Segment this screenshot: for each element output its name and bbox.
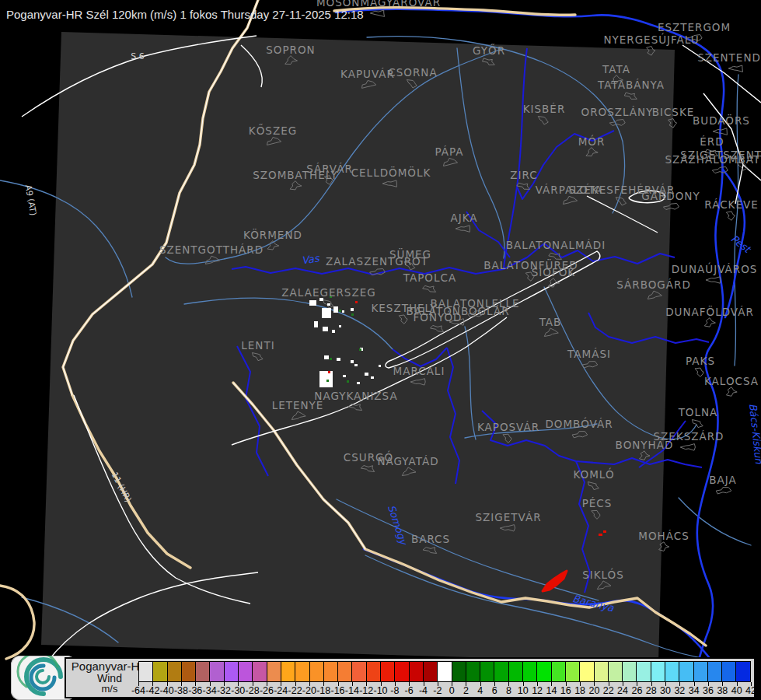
city-label: TOLNA bbox=[678, 406, 718, 418]
legend-tick-label: 26 bbox=[631, 685, 642, 696]
legend-swatch bbox=[267, 662, 281, 681]
city-label: ZIRC bbox=[510, 169, 537, 181]
legend-swatch bbox=[153, 662, 167, 681]
legend-swatch bbox=[609, 662, 623, 681]
legend-swatch bbox=[665, 662, 679, 681]
legend-swatch bbox=[452, 662, 466, 681]
echo-cell-green bbox=[339, 310, 341, 312]
city-label: PAKS bbox=[686, 355, 715, 367]
county-label: Bács-Kiskun bbox=[747, 403, 761, 465]
city-outline bbox=[695, 368, 703, 376]
legend-swatch bbox=[523, 662, 537, 681]
echo-cell-green bbox=[347, 380, 349, 383]
weather-map-app: MOSONMAGYARÓVÁRSOPRONGYŐRKAPUVÁRCSORNAES… bbox=[0, 0, 761, 700]
city-label: BALATONALMÁDI bbox=[506, 239, 606, 251]
city-label: LETENYE bbox=[272, 399, 324, 411]
legend-tick-label: -4 bbox=[419, 685, 428, 696]
echo-cell-red bbox=[328, 371, 330, 373]
legend-tick-label: -22 bbox=[288, 685, 302, 696]
legend-tick-label: 38 bbox=[717, 685, 728, 696]
city-label: MOHÁCS bbox=[638, 530, 689, 542]
road-label: S 6 bbox=[131, 51, 144, 61]
city-label: TATA bbox=[602, 63, 630, 75]
legend-tick-label: 4 bbox=[477, 685, 483, 696]
city-outline bbox=[726, 212, 735, 221]
legend-swatch bbox=[466, 662, 480, 681]
city-label: BAJA bbox=[709, 474, 736, 486]
legend-tick-label: -64 bbox=[131, 685, 145, 696]
echo-cell-white bbox=[322, 308, 331, 318]
city-label: MÓR bbox=[578, 135, 606, 148]
city-outline bbox=[712, 167, 728, 173]
legend-swatch bbox=[509, 662, 523, 681]
echo-cell-green bbox=[359, 348, 361, 351]
echo-cell-white bbox=[342, 310, 344, 313]
city-outline bbox=[716, 488, 731, 494]
legend-swatch bbox=[253, 662, 267, 681]
legend-tick-label: -28 bbox=[246, 685, 260, 696]
echo-cell-white bbox=[319, 371, 333, 387]
echo-cell-white bbox=[333, 306, 338, 313]
legend-swatch bbox=[395, 662, 409, 681]
legend-swatch bbox=[566, 662, 580, 681]
city-label: MARCALI bbox=[393, 365, 445, 377]
city-label: KŐSZEG bbox=[249, 124, 297, 137]
echo-cell-red bbox=[603, 530, 606, 533]
legend-tick-label: -10 bbox=[373, 685, 387, 696]
city-label: TAMÁSI bbox=[567, 348, 611, 360]
legend-swatch bbox=[352, 662, 366, 681]
city-label: TATABÁNYA bbox=[597, 79, 665, 91]
city-label: SIKLÓS bbox=[582, 568, 624, 581]
river-path bbox=[679, 498, 751, 545]
city-label: AJKA bbox=[450, 212, 477, 224]
city-label: FONYÓD bbox=[413, 310, 462, 324]
legend-variable-label: Wind bbox=[71, 673, 148, 684]
legend-swatch bbox=[424, 662, 438, 681]
legend-swatch bbox=[381, 662, 395, 681]
legend-swatch bbox=[679, 662, 693, 681]
road-path bbox=[743, 165, 761, 180]
echo-cell-white bbox=[357, 382, 360, 384]
legend-tick-label: 12 bbox=[532, 685, 543, 696]
legend-swatch bbox=[410, 662, 424, 681]
legend-tick-label: -14 bbox=[345, 685, 359, 696]
legend-swatch bbox=[139, 662, 153, 681]
wind-scale-legend: Poganyvar-HR Wind m/s -64-42-40-38-36-34… bbox=[65, 657, 756, 698]
legend-tick-label: -18 bbox=[316, 685, 330, 696]
legend-swatch bbox=[552, 662, 566, 681]
city-label: SZENTGOTTHÁRD bbox=[159, 243, 264, 256]
echo-cell-white bbox=[379, 365, 381, 367]
legend-tick-label: 22 bbox=[603, 685, 614, 696]
legend-tick-label: 40 bbox=[731, 685, 742, 696]
city-label: PÉCS bbox=[582, 497, 613, 509]
legend-tick-label: -32 bbox=[217, 685, 231, 696]
city-label: SZENTENDRE bbox=[697, 51, 761, 64]
city-label: BARCS bbox=[411, 533, 450, 545]
city-label: SIÓFOK bbox=[532, 265, 576, 278]
echo-cell-red bbox=[355, 301, 358, 303]
legend-swatch bbox=[736, 662, 749, 681]
city-outline bbox=[726, 387, 737, 397]
legend-tick-label: 28 bbox=[646, 685, 657, 696]
city-outline bbox=[370, 10, 384, 16]
city-label: BONYHÁD bbox=[616, 439, 674, 451]
legend-swatch bbox=[182, 662, 196, 681]
legend-swatch bbox=[324, 662, 338, 681]
legend-tick-label: -24 bbox=[274, 685, 288, 696]
city-label: SOPRON bbox=[266, 44, 315, 56]
city-label: ZALASZENTGRÓT bbox=[326, 254, 428, 268]
legend-tick-label: 14 bbox=[546, 685, 557, 696]
city-label: GYŐR bbox=[473, 44, 505, 57]
legend-swatch bbox=[595, 662, 609, 681]
legend-swatch bbox=[694, 662, 708, 681]
legend-swatch bbox=[708, 662, 722, 681]
city-label: NYERGESÚJFALU bbox=[603, 33, 699, 46]
legend-tick-label: 42 bbox=[745, 685, 756, 696]
city-label: DOMBÓVÁR bbox=[545, 417, 613, 430]
legend-tick-label: 8 bbox=[506, 685, 511, 696]
city-label: BUDAÖRS bbox=[693, 114, 750, 127]
legend-tick-label: 30 bbox=[660, 685, 671, 696]
legend-swatch bbox=[281, 662, 295, 681]
legend-tick-label: -2 bbox=[433, 685, 442, 696]
echo-cell-white bbox=[309, 300, 316, 306]
